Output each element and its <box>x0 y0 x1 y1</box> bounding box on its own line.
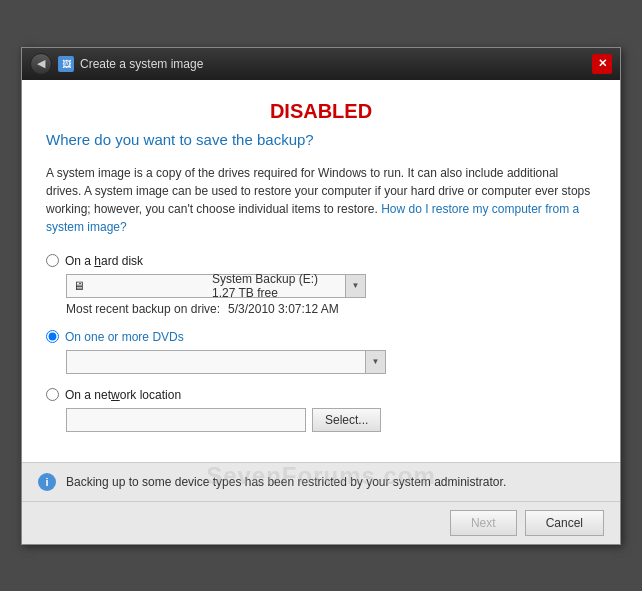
back-button[interactable]: ◀ <box>30 53 52 75</box>
hard-disk-option-group: On a hard disk 🖥 System Backup (E:) 1.27… <box>46 254 596 316</box>
recent-backup-row: Most recent backup on drive: 5/3/2010 3:… <box>66 302 596 316</box>
dvd-option-group: On one or more DVDs ▼ <box>46 330 596 374</box>
window-icon: 🖼 <box>58 56 74 72</box>
network-radio-row: On a network location <box>46 388 596 402</box>
dvd-radio[interactable] <box>46 330 59 343</box>
hard-disk-radio[interactable] <box>46 254 59 267</box>
dvd-radio-row: On one or more DVDs <box>46 330 596 344</box>
page-title: Where do you want to save the backup? <box>46 131 596 148</box>
network-select-button[interactable]: Select... <box>312 408 381 432</box>
drive-icon: 🖥 <box>67 279 206 293</box>
hard-disk-label: On a hard disk <box>65 254 143 268</box>
description-text: A system image is a copy of the drives r… <box>46 164 596 236</box>
main-content: DISABLED Where do you want to save the b… <box>22 80 620 462</box>
network-path-input[interactable] <box>66 408 306 432</box>
footer-buttons: Next Cancel <box>22 501 620 544</box>
hard-disk-select-row: 🖥 System Backup (E:) 1.27 TB free ▼ <box>66 274 596 298</box>
titlebar: ◀ 🖼 Create a system image ✕ <box>22 48 620 80</box>
network-radio[interactable] <box>46 388 59 401</box>
recent-backup-value: 5/3/2010 3:07:12 AM <box>228 302 339 316</box>
dvd-dropdown-arrow: ▼ <box>365 351 385 373</box>
dvd-dropdown[interactable]: ▼ <box>66 350 386 374</box>
dvd-label: On one or more DVDs <box>65 330 184 344</box>
cancel-button[interactable]: Cancel <box>525 510 604 536</box>
info-icon: i <box>38 473 56 491</box>
dvd-select-row: ▼ <box>66 350 386 374</box>
info-message: Backing up to some device types has been… <box>66 475 604 489</box>
info-bar: i Backing up to some device types has be… <box>22 462 620 501</box>
hard-disk-radio-row: On a hard disk <box>46 254 596 268</box>
network-option-group: On a network location Select... <box>46 388 596 432</box>
close-button[interactable]: ✕ <box>592 54 612 74</box>
hard-disk-dropdown-arrow: ▼ <box>345 275 365 297</box>
disabled-label: DISABLED <box>46 100 596 123</box>
window-title: Create a system image <box>80 57 586 71</box>
network-label: On a network location <box>65 388 181 402</box>
network-input-row: Select... <box>66 408 596 432</box>
next-button[interactable]: Next <box>450 510 517 536</box>
hard-disk-dropdown[interactable]: 🖥 System Backup (E:) 1.27 TB free ▼ <box>66 274 366 298</box>
hard-disk-value: System Backup (E:) 1.27 TB free <box>206 272 345 300</box>
main-window: ◀ 🖼 Create a system image ✕ DISABLED Whe… <box>21 47 621 545</box>
recent-backup-label: Most recent backup on drive: <box>66 302 220 316</box>
